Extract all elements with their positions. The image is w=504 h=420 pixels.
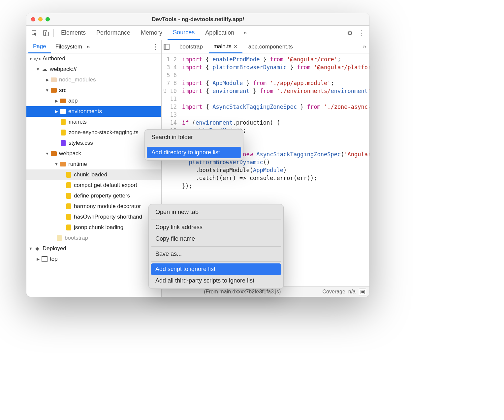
navigator-more-tabs-icon[interactable]: [87, 44, 90, 50]
svg-rect-4: [164, 44, 166, 49]
settings-icon[interactable]: [344, 29, 356, 37]
editor-tab-label: main.ts: [213, 43, 232, 50]
file-icon: [65, 182, 72, 189]
navigator-menu-icon[interactable]: [152, 43, 159, 51]
tab-sources[interactable]: Sources: [168, 26, 200, 40]
device-toolbar-icon[interactable]: [40, 30, 51, 36]
more-tabs-icon[interactable]: [239, 29, 251, 36]
context-menu-file: Open in new tab Copy link address Copy f…: [148, 204, 284, 289]
tree-label: Authored: [43, 55, 65, 62]
tree-label: src: [59, 87, 67, 94]
titlebar: DevTools - ng-devtools.netlify.app/: [26, 13, 369, 26]
editor-tab-app-component[interactable]: app.component.ts: [244, 40, 298, 53]
toggle-navigator-icon[interactable]: [164, 44, 173, 50]
tree-label: define property getters: [74, 193, 130, 199]
tree-deployed[interactable]: ▼ Deployed: [26, 243, 161, 254]
source-map-link[interactable]: main.dxxxx7b2fe3f1fa3.js: [219, 289, 279, 294]
tree-runtime-item[interactable]: jsonp chunk loading: [26, 222, 161, 233]
file-icon: [65, 203, 72, 210]
tab-memory[interactable]: Memory: [136, 26, 168, 40]
tree-top[interactable]: ▶ top: [26, 254, 161, 264]
sources-substrip: Page Filesystem bootstrap main.ts ✕ a: [26, 40, 369, 53]
tree-environments[interactable]: ▶ environments: [26, 106, 161, 117]
ctx-add-third-party-ignore[interactable]: Add all third-party scripts to ignore li…: [151, 275, 281, 286]
coverage-label: Coverage: n/a: [322, 289, 356, 295]
tree-runtime-item[interactable]: hasOwnProperty shorthand: [26, 212, 161, 222]
tree-label: node_modules: [59, 76, 96, 83]
file-icon: [60, 140, 67, 146]
tree-label: app: [68, 98, 78, 104]
file-icon: [56, 235, 63, 241]
folder-icon: [50, 150, 57, 157]
file-icon: [60, 129, 67, 136]
editor-tabs: bootstrap main.ts ✕ app.component.ts: [162, 40, 369, 53]
tree-runtime-item[interactable]: chunk loaded: [26, 169, 161, 180]
separator: [53, 29, 54, 37]
inspect-element-icon[interactable]: [29, 30, 40, 36]
tab-performance[interactable]: Performance: [91, 26, 136, 40]
tree-runtime-item[interactable]: harmony module decorator: [26, 201, 161, 212]
folder-icon: [60, 108, 66, 115]
tree-label: harmony module decorator: [74, 203, 141, 210]
ctx-copy-link[interactable]: Copy link address: [151, 222, 281, 233]
tree-label: Deployed: [43, 245, 66, 252]
context-menu-folder: Search in folder Add directory to ignore…: [144, 129, 243, 161]
tree-file-styles[interactable]: styles.css: [26, 138, 161, 148]
tab-application[interactable]: Application: [200, 26, 239, 40]
file-icon: [65, 214, 72, 220]
window-title: DevTools - ng-devtools.netlify.app/: [26, 16, 369, 23]
tree-label: zone-async-stack-tagging.ts: [69, 129, 139, 136]
ctx-add-script-ignore[interactable]: Add script to ignore list: [151, 263, 281, 275]
tree-node-modules[interactable]: ▶ node_modules: [26, 75, 161, 85]
coverage-toggle-icon[interactable]: ▣: [359, 288, 366, 295]
tab-elements[interactable]: Elements: [56, 26, 91, 40]
tree-file-main-ts[interactable]: main.ts: [26, 117, 161, 127]
tree-label: compat get default export: [74, 182, 137, 189]
tree-label: bootstrap: [65, 235, 88, 241]
frame-icon: [41, 256, 48, 262]
source-map-info: (From main.dxxxx7b2fe3f1fa3.js): [166, 289, 319, 295]
tree-webpack-scheme[interactable]: ▼ webpack://: [26, 64, 161, 75]
file-tree: ▼ Authored ▼ webpack:// ▶ node_modules ▼…: [26, 53, 162, 297]
tree-label: chunk loaded: [74, 171, 107, 178]
editor-tab-bootstrap[interactable]: bootstrap: [175, 40, 207, 53]
tree-file-bootstrap[interactable]: bootstrap: [26, 233, 161, 243]
close-tab-icon[interactable]: ✕: [234, 44, 238, 49]
svg-rect-2: [46, 32, 48, 36]
editor-tab-label: app.component.ts: [248, 44, 293, 50]
file-icon: [65, 193, 72, 199]
tree-runtime-item[interactable]: define property getters: [26, 191, 161, 201]
tree-runtime[interactable]: ▼ runtime: [26, 159, 161, 169]
cloud-icon: [41, 66, 48, 73]
ctx-copy-filename[interactable]: Copy file name: [151, 233, 281, 245]
folder-icon: [50, 87, 57, 94]
tree-file-zone[interactable]: zone-async-stack-tagging.ts: [26, 127, 161, 138]
folder-icon: [60, 161, 66, 167]
ctx-open-new-tab[interactable]: Open in new tab: [151, 206, 281, 218]
deployed-icon: [34, 245, 41, 252]
tree-label: environments: [68, 108, 102, 115]
navigator-tab-page[interactable]: Page: [28, 41, 51, 53]
tree-app[interactable]: ▶ app: [26, 96, 161, 106]
editor-tab-main-ts[interactable]: main.ts ✕: [209, 41, 242, 53]
ctx-add-directory-ignore[interactable]: Add directory to ignore list: [147, 147, 241, 158]
tree-webpack[interactable]: ▼ webpack: [26, 148, 161, 159]
folder-icon: [50, 76, 57, 83]
tree-runtime-item[interactable]: compat get default export: [26, 180, 161, 191]
kebab-menu-icon[interactable]: [356, 29, 367, 37]
ctx-search-in-folder[interactable]: Search in folder: [147, 132, 241, 143]
ctx-save-as[interactable]: Save as...: [151, 248, 281, 260]
tree-src[interactable]: ▼ src: [26, 85, 161, 96]
tree-authored[interactable]: ▼ Authored: [26, 53, 161, 64]
tree-label: hasOwnProperty shorthand: [74, 214, 142, 220]
tree-label: jsonp chunk loading: [74, 224, 123, 231]
navigator-tabs: Page Filesystem: [26, 40, 162, 53]
editor-more-tabs-icon[interactable]: [360, 43, 369, 50]
tree-label: top: [50, 256, 58, 262]
file-icon: [60, 119, 67, 125]
tree-label: styles.css: [69, 140, 93, 146]
navigator-tab-filesystem[interactable]: Filesystem: [51, 40, 87, 53]
tree-label: webpack: [59, 150, 81, 157]
file-icon: [65, 224, 72, 231]
editor-tab-label: bootstrap: [179, 44, 203, 50]
